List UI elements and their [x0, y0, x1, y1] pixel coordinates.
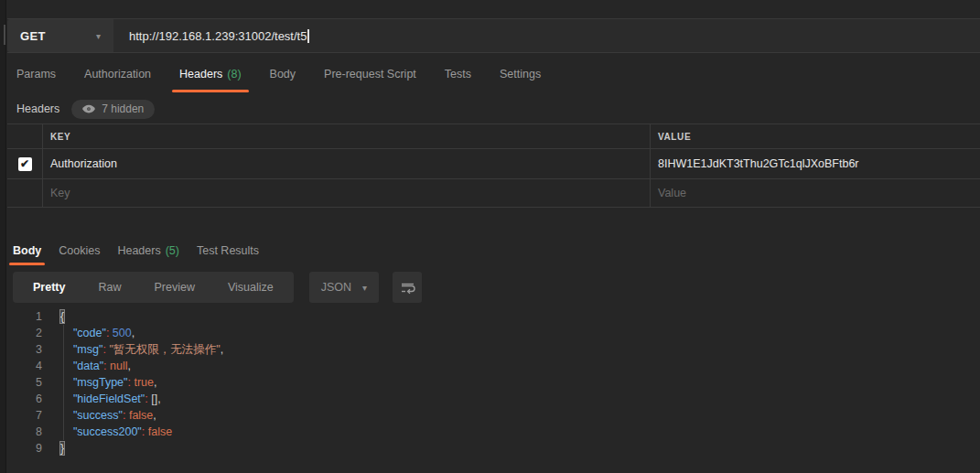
headers-section-title: Headers — [16, 102, 59, 115]
response-tab-cookies[interactable]: Cookies — [59, 234, 100, 266]
code-line: 2 "code": 500, — [7, 325, 980, 341]
view-mode-preview[interactable]: Preview — [137, 281, 210, 294]
request-tab-authorization[interactable]: Authorization — [84, 54, 151, 94]
request-tab-count: (8) — [227, 68, 241, 81]
response-tab-count: (5) — [166, 244, 179, 257]
line-number: 5 — [7, 374, 42, 391]
line-number: 2 — [7, 325, 42, 341]
key-column-header: KEY — [42, 124, 650, 148]
header-key-cell[interactable]: Authorization — [42, 149, 650, 178]
eye-icon — [82, 104, 95, 113]
chevron-down-icon: ▾ — [362, 283, 367, 293]
request-tab-settings[interactable]: Settings — [500, 54, 541, 94]
api-client-window: GET ▾ http://192.168.1.239:31002/test/t5… — [0, 0, 980, 473]
code-line: 6 "hideFieldSet": [], — [7, 391, 980, 407]
response-body-viewer[interactable]: 1{2 "code": 500,3 "msg": "暂无权限，无法操作",4 "… — [7, 308, 980, 473]
url-text: http://192.168.1.239:31002/test/t5 — [129, 29, 307, 43]
request-tab-body[interactable]: Body — [270, 54, 296, 94]
view-mode-visualize[interactable]: Visualize — [211, 281, 290, 294]
line-number: 3 — [7, 341, 42, 358]
method-dropdown[interactable]: GET ▾ — [7, 19, 113, 52]
line-number: 6 — [7, 391, 42, 407]
wrap-lines-icon — [400, 281, 415, 295]
code-line: 8 "success200": false — [7, 424, 980, 440]
method-label: GET — [20, 29, 46, 43]
response-view-toolbar: PrettyRawPreviewVisualize JSON ▾ — [7, 272, 980, 303]
wrap-lines-button[interactable] — [393, 272, 422, 303]
code-line: 3 "msg": "暂无权限，无法操作", — [7, 341, 980, 358]
header-value-cell[interactable]: 8IHW1E1JdKT3tThu2GTc1qlJXoBFtb6r — [650, 149, 980, 178]
hidden-headers-label: 7 hidden — [102, 102, 144, 115]
row-checkbox[interactable]: ✔ — [18, 157, 32, 171]
hidden-headers-badge[interactable]: 7 hidden — [71, 100, 155, 119]
code-line: 5 "msgType": true, — [7, 374, 980, 391]
code-line: 7 "success": false, — [7, 407, 980, 424]
line-number: 4 — [7, 358, 42, 374]
view-mode-pretty[interactable]: Pretty — [16, 281, 81, 294]
format-dropdown[interactable]: JSON ▾ — [309, 272, 379, 303]
request-tab-tests[interactable]: Tests — [445, 54, 471, 94]
request-tab-headers[interactable]: Headers(8) — [179, 54, 242, 94]
response-tab-headers[interactable]: Headers(5) — [117, 234, 179, 266]
sidebar-edge — [0, 0, 6, 473]
value-placeholder[interactable]: Value — [650, 179, 980, 207]
view-mode-switcher: PrettyRawPreviewVisualize — [13, 272, 294, 303]
headers-section-header: Headers 7 hidden — [7, 95, 980, 123]
format-label: JSON — [321, 281, 351, 294]
code-line: 9} — [7, 440, 980, 457]
view-mode-raw[interactable]: Raw — [81, 281, 137, 294]
indent-guide — [63, 325, 64, 440]
table-row-placeholder[interactable]: Key Value — [7, 179, 980, 208]
request-tab-pre-request-script[interactable]: Pre-request Script — [324, 54, 416, 94]
response-tab-test-results[interactable]: Test Results — [197, 234, 259, 266]
response-tab-body[interactable]: Body — [13, 234, 41, 266]
table-row[interactable]: ✔ Authorization 8IHW1E1JdKT3tThu2GTc1qlJ… — [7, 149, 980, 179]
response-tabs: BodyCookiesHeaders(5)Test Results — [7, 234, 980, 266]
line-number: 8 — [7, 424, 42, 440]
line-number: 7 — [7, 407, 42, 424]
text-cursor — [307, 29, 309, 43]
pane-handle[interactable] — [4, 25, 5, 45]
key-placeholder[interactable]: Key — [42, 179, 650, 207]
url-input[interactable]: http://192.168.1.239:31002/test/t5 — [113, 19, 980, 52]
chevron-down-icon: ▾ — [96, 31, 101, 41]
value-column-header: VALUE — [650, 124, 980, 148]
headers-table: KEY VALUE ✔ Authorization 8IHW1E1JdKT3tT… — [7, 124, 980, 208]
request-tabs: ParamsAuthorizationHeaders(8)BodyPre-req… — [7, 54, 980, 94]
code-line: 1{ — [7, 308, 980, 325]
line-number: 9 — [7, 440, 42, 457]
request-url-bar: GET ▾ http://192.168.1.239:31002/test/t5 — [7, 18, 980, 53]
request-panel: GET ▾ http://192.168.1.239:31002/test/t5… — [7, 0, 980, 473]
request-tab-params[interactable]: Params — [16, 54, 56, 94]
line-number: 1 — [7, 308, 42, 325]
table-header-row: KEY VALUE — [7, 124, 980, 149]
code-line: 4 "data": null, — [7, 358, 980, 374]
checkbox-column-header — [7, 124, 42, 148]
